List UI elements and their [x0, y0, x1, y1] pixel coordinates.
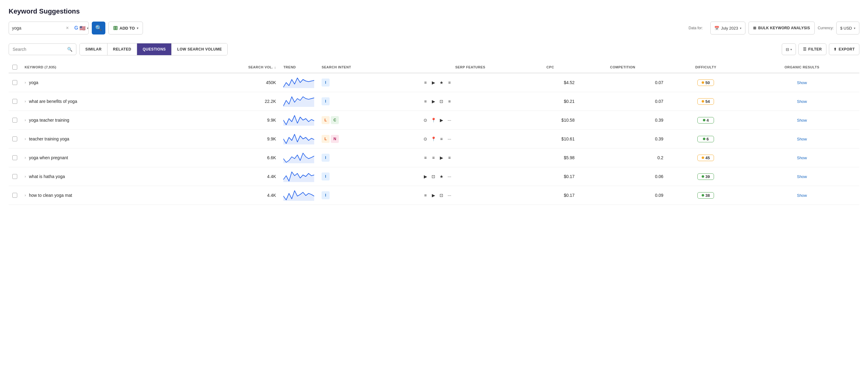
organic-results-link[interactable]: Show: [797, 81, 807, 85]
row-organic: Show: [744, 130, 859, 149]
row-trend: [280, 186, 318, 205]
difficulty-badge: 45: [698, 155, 714, 161]
tab-related[interactable]: RELATED: [107, 43, 137, 55]
currency-button[interactable]: $ USD ▾: [836, 22, 859, 34]
keyword-text: yoga when pregnant: [29, 155, 68, 160]
row-serp: ≡▶⊡···: [418, 186, 522, 205]
tab-questions[interactable]: QUESTIONS: [137, 43, 172, 55]
row-checkbox-cell: [9, 167, 21, 186]
columns-button[interactable]: ⊟ ▾: [782, 43, 796, 55]
organic-results-link[interactable]: Show: [797, 193, 807, 198]
engine-selector[interactable]: G 🇺🇸 ▾: [74, 25, 88, 31]
table-header: KEYWORD (7,935)SEARCH VOL. ↓TRENDSEARCH …: [9, 62, 859, 73]
keyword-table-container: KEYWORD (7,935)SEARCH VOL. ↓TRENDSEARCH …: [9, 62, 859, 205]
bulk-keyword-button[interactable]: ⊞ BULK KEYWORD ANALYSIS: [748, 22, 814, 34]
row-competition: 0.06: [578, 167, 667, 186]
row-checkbox[interactable]: [12, 80, 17, 85]
expand-row-icon[interactable]: ›: [25, 156, 26, 160]
keyword-text: what are benefits of yoga: [29, 99, 77, 104]
serp-feature-icon: ⊙: [422, 135, 429, 142]
bulk-icon: ⊞: [753, 26, 756, 30]
clear-search-icon[interactable]: ×: [66, 25, 69, 31]
header-difficulty: DIFFICULTY: [667, 62, 744, 73]
row-checkbox[interactable]: [12, 118, 17, 123]
row-cpc: $0.17: [522, 167, 579, 186]
table-row: › teacher training yoga 9.9K LN⊙📍≡···$10…: [9, 130, 859, 149]
row-cpc: $0.21: [522, 92, 579, 111]
organic-results-link[interactable]: Show: [797, 118, 807, 123]
serp-feature-icon: ≡: [430, 154, 437, 161]
serp-features-group: ≡▶⊡···: [422, 192, 519, 199]
row-checkbox[interactable]: [12, 174, 17, 179]
organic-results-link[interactable]: Show: [797, 137, 807, 142]
table-search-input[interactable]: [12, 47, 67, 52]
row-competition: 0.07: [578, 92, 667, 111]
row-keyword: › what are benefits of yoga: [21, 92, 184, 111]
row-checkbox[interactable]: [12, 155, 17, 160]
row-trend: [280, 130, 318, 149]
header-checkbox-cell: [9, 62, 21, 73]
row-serp: ⊙📍▶···: [418, 111, 522, 130]
add-to-button[interactable]: ⊞ ADD TO ▾: [108, 22, 143, 34]
add-to-label: ADD TO: [120, 26, 135, 31]
header-search_vol[interactable]: SEARCH VOL. ↓: [184, 62, 280, 73]
keyword-search-input[interactable]: [12, 26, 66, 31]
data-for-row: Data for:: [689, 26, 704, 30]
intent-badge-i: I: [321, 78, 330, 87]
filter-button[interactable]: ☰ FILTER: [798, 43, 827, 55]
row-checkbox[interactable]: [12, 99, 17, 104]
row-difficulty: 6: [667, 130, 744, 149]
row-keyword: › yoga when pregnant: [21, 149, 184, 167]
row-organic: Show: [744, 167, 859, 186]
header-competition: COMPETITION: [578, 62, 667, 73]
serp-feature-icon: ≡: [446, 98, 453, 105]
row-trend: [280, 92, 318, 111]
serp-feature-icon: ≡: [422, 79, 429, 86]
expand-row-icon[interactable]: ›: [25, 174, 26, 179]
select-all-checkbox[interactable]: [12, 65, 17, 70]
search-vol-value: 22.2K: [265, 99, 276, 104]
serp-feature-icon: ⊡: [438, 98, 445, 105]
serp-features-group: ▶⊡★···: [422, 173, 519, 180]
export-button[interactable]: ⬆ EXPORT: [829, 43, 859, 55]
tab-similar[interactable]: SIMILAR: [80, 43, 107, 55]
date-label: July 2023: [721, 26, 738, 31]
difficulty-badge: 50: [698, 80, 714, 86]
date-picker-button[interactable]: 📅 July 2023 ▾: [710, 22, 746, 34]
expand-row-icon[interactable]: ›: [25, 193, 26, 197]
row-checkbox[interactable]: [12, 136, 17, 142]
row-serp: ≡≡▶≡: [418, 149, 522, 167]
difficulty-dot: [702, 194, 704, 196]
expand-row-icon[interactable]: ›: [25, 137, 26, 141]
header-cpc: CPC: [522, 62, 579, 73]
expand-row-icon[interactable]: ›: [25, 118, 26, 122]
organic-results-link[interactable]: Show: [797, 99, 807, 104]
search-button[interactable]: 🔍: [92, 22, 105, 34]
row-search-vol: 4.4K: [184, 186, 280, 205]
intent-group: I: [321, 154, 414, 162]
row-checkbox-cell: [9, 186, 21, 205]
expand-row-icon[interactable]: ›: [25, 81, 26, 85]
expand-row-icon[interactable]: ›: [25, 99, 26, 103]
currency-chevron-icon: ▾: [854, 27, 856, 30]
row-checkbox[interactable]: [12, 193, 17, 198]
intent-badge-i: I: [321, 97, 330, 105]
row-difficulty: 39: [667, 167, 744, 186]
keyword-cell: › teacher training yoga: [25, 136, 180, 142]
difficulty-badge: 38: [698, 192, 714, 199]
tab-low-search-volume[interactable]: LOW SEARCH VOLUME: [172, 43, 227, 55]
row-difficulty: 45: [667, 149, 744, 167]
table-body: › yoga 450K I≡▶★≡$4.520.0750Show › what …: [9, 73, 859, 205]
row-organic: Show: [744, 186, 859, 205]
organic-results-link[interactable]: Show: [797, 174, 807, 179]
data-for-label: Data for:: [689, 26, 703, 30]
row-search-vol: 9.9K: [184, 111, 280, 130]
row-intent: LN: [318, 130, 418, 149]
row-trend: [280, 167, 318, 186]
serp-feature-icon: ⊡: [438, 192, 445, 199]
organic-results-link[interactable]: Show: [797, 156, 807, 160]
serp-feature-icon: ▶: [430, 192, 437, 199]
row-organic: Show: [744, 92, 859, 111]
difficulty-dot: [702, 156, 704, 159]
table-row: › yoga 450K I≡▶★≡$4.520.0750Show: [9, 73, 859, 92]
